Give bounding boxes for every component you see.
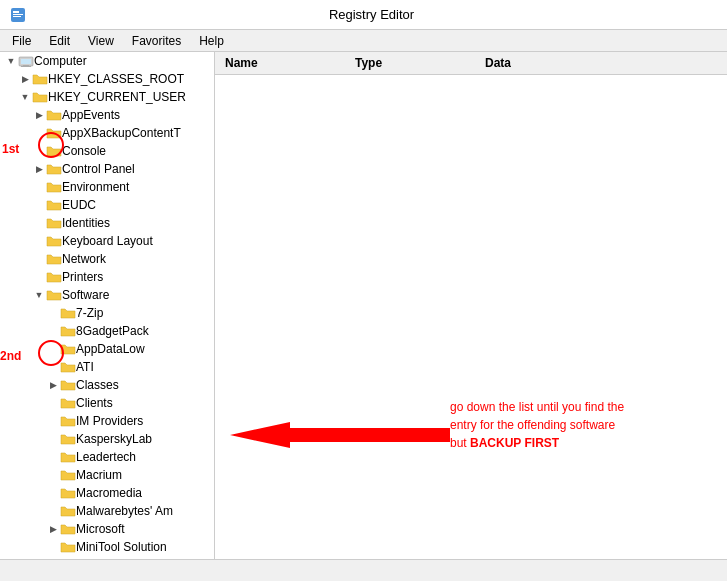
folder-icon-minitool xyxy=(60,540,76,554)
tree-item-malwarebytes[interactable]: ▶ Malwarebytes' Am xyxy=(0,502,214,520)
regedit-icon xyxy=(10,7,26,23)
right-body: go down the list until you find the entr… xyxy=(215,75,727,559)
expander-computer[interactable]: ▼ xyxy=(4,54,18,68)
folder-icon-microsoft xyxy=(60,522,76,536)
folder-icon-macrium xyxy=(60,468,76,482)
8gadget-label: 8GadgetPack xyxy=(76,324,149,338)
tree-item-controlpanel[interactable]: ▶ Control Panel xyxy=(0,160,214,178)
folder-icon-appdatalow xyxy=(60,342,76,356)
right-panel: Name Type Data go down the list until yo… xyxy=(215,52,727,559)
software-label: Software xyxy=(62,288,109,302)
tree-item-hkcu[interactable]: ▼ HKEY_CURRENT_USER xyxy=(0,88,214,106)
tree-item-appxbackup[interactable]: ▶ AppXBackupContentT xyxy=(0,124,214,142)
label-2nd: 2nd xyxy=(0,349,21,363)
label-1st: 1st xyxy=(2,142,19,156)
keyboard-label: Keyboard Layout xyxy=(62,234,153,248)
tree-panel[interactable]: ▼ Computer ▶ HKEY_CLASSES_ROOT xyxy=(0,52,215,559)
expander-classes[interactable]: ▶ xyxy=(46,378,60,392)
console-label: Console xyxy=(62,144,106,158)
tree-scroll[interactable]: ▼ Computer ▶ HKEY_CLASSES_ROOT xyxy=(0,52,214,559)
malwarebytes-label: Malwarebytes' Am xyxy=(76,504,173,518)
minitool-label: MiniTool Solution xyxy=(76,540,167,554)
expander-hkcu[interactable]: ▼ xyxy=(18,90,32,104)
folder-icon-clients xyxy=(60,396,76,410)
tree-item-environment[interactable]: ▶ Environment xyxy=(0,178,214,196)
tree-item-keyboard-layout[interactable]: ▶ Keyboard Layout xyxy=(0,232,214,250)
folder-icon-identities xyxy=(46,216,62,230)
controlpanel-label: Control Panel xyxy=(62,162,135,176)
tree-item-console[interactable]: ▶ Console xyxy=(0,142,214,160)
kaspersky-label: KasperskyLab xyxy=(76,432,152,446)
folder-icon-software xyxy=(46,288,62,302)
computer-label: Computer xyxy=(34,54,87,68)
menu-favorites[interactable]: Favorites xyxy=(124,32,189,50)
menu-file[interactable]: File xyxy=(4,32,39,50)
window-title: Registry Editor xyxy=(329,7,414,22)
expander-software[interactable]: ▼ xyxy=(32,288,46,302)
folder-icon-hkcu xyxy=(32,90,48,104)
appevents-label: AppEvents xyxy=(62,108,120,122)
annotation-line1: go down the list until you find the xyxy=(450,400,624,414)
tree-item-clients[interactable]: ▶ Clients xyxy=(0,394,214,412)
folder-icon-appxbackup xyxy=(46,126,62,140)
status-bar xyxy=(0,559,727,581)
menu-view[interactable]: View xyxy=(80,32,122,50)
expander-hkcr[interactable]: ▶ xyxy=(18,72,32,86)
annotation-text: go down the list until you find the entr… xyxy=(450,398,680,452)
expander-microsoft[interactable]: ▶ xyxy=(46,522,60,536)
tree-item-identities[interactable]: ▶ Identities xyxy=(0,214,214,232)
expander-controlpanel[interactable]: ▶ xyxy=(32,162,46,176)
title-bar: Registry Editor xyxy=(0,0,727,30)
tree-item-kaspersky[interactable]: ▶ KasperskyLab xyxy=(0,430,214,448)
folder-icon-leadertech xyxy=(60,450,76,464)
folder-icon-keyboard xyxy=(46,234,62,248)
tree-item-eudc[interactable]: ▶ EUDC xyxy=(0,196,214,214)
col-type-header: Type xyxy=(345,54,475,72)
tree-item-macrium[interactable]: ▶ Macrium xyxy=(0,466,214,484)
svg-rect-5 xyxy=(21,59,31,64)
identities-label: Identities xyxy=(62,216,110,230)
main-content: 1st 2nd ▼ Computer xyxy=(0,52,727,559)
arrow-annotation xyxy=(230,420,450,453)
folder-icon-hkcr xyxy=(32,72,48,86)
computer-icon xyxy=(18,54,34,68)
tree-item-classes[interactable]: ▶ Classes xyxy=(0,376,214,394)
annotation-line3: but xyxy=(450,436,470,450)
folder-icon-appevents xyxy=(46,108,62,122)
annotation-bold: BACKUP FIRST xyxy=(470,436,559,450)
arrow-svg xyxy=(230,420,450,450)
tree-item-macromedia[interactable]: ▶ Macromedia xyxy=(0,484,214,502)
tree-item-8gadget[interactable]: ▶ 8GadgetPack xyxy=(0,322,214,340)
tree-item-hkcr[interactable]: ▶ HKEY_CLASSES_ROOT xyxy=(0,70,214,88)
folder-icon-macromedia xyxy=(60,486,76,500)
tree-item-computer[interactable]: ▼ Computer xyxy=(0,52,214,70)
svg-marker-8 xyxy=(230,422,450,448)
col-name-header: Name xyxy=(215,54,345,72)
microsoft-label: Microsoft xyxy=(76,522,125,536)
tree-item-printers[interactable]: ▶ Printers xyxy=(0,268,214,286)
tree-item-minitool[interactable]: ▶ MiniTool Solution xyxy=(0,538,214,556)
environment-label: Environment xyxy=(62,180,129,194)
folder-icon-8gadget xyxy=(60,324,76,338)
tree-item-network[interactable]: ▶ Network xyxy=(0,250,214,268)
tree-item-software[interactable]: ▼ Software xyxy=(0,286,214,304)
clients-label: Clients xyxy=(76,396,113,410)
tree-item-7zip[interactable]: ▶ 7-Zip xyxy=(0,304,214,322)
appxbackup-label: AppXBackupContentT xyxy=(62,126,181,140)
expander-appevents[interactable]: ▶ xyxy=(32,108,46,122)
folder-icon-console xyxy=(46,144,62,158)
tree-item-leadertech[interactable]: ▶ Leadertech xyxy=(0,448,214,466)
col-data-header: Data xyxy=(475,54,727,72)
annotation-line2: entry for the offending software xyxy=(450,418,615,432)
paintnet-label: Paint.NET xyxy=(76,558,131,559)
leadertech-label: Leadertech xyxy=(76,450,136,464)
right-header: Name Type Data xyxy=(215,52,727,75)
menu-help[interactable]: Help xyxy=(191,32,232,50)
tree-item-appdatalow[interactable]: ▶ AppDataLow xyxy=(0,340,214,358)
menu-edit[interactable]: Edit xyxy=(41,32,78,50)
tree-item-im[interactable]: ▶ IM Providers xyxy=(0,412,214,430)
tree-item-ati[interactable]: ▶ ATI xyxy=(0,358,214,376)
tree-item-microsoft[interactable]: ▶ Microsoft xyxy=(0,520,214,538)
tree-item-appevents[interactable]: ▶ AppEvents xyxy=(0,106,214,124)
printers-label: Printers xyxy=(62,270,103,284)
